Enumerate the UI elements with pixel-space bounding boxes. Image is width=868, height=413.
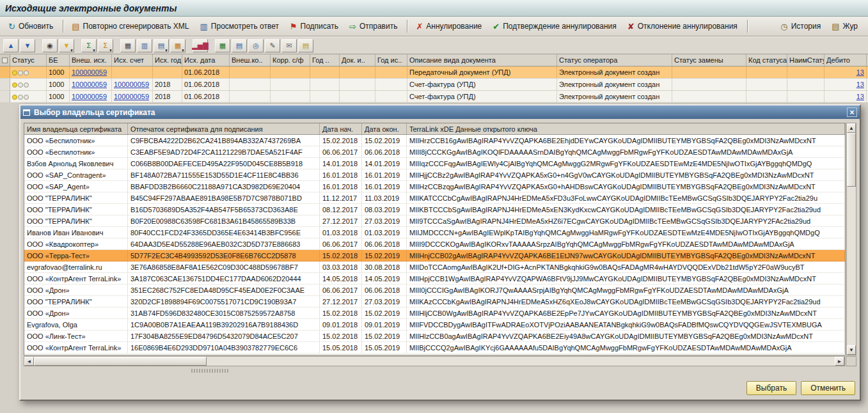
- select-all-corner[interactable]: [0, 54, 10, 66]
- edit-icon[interactable]: ✎: [265, 39, 280, 52]
- filter-icon[interactable]: ▼▼: [59, 39, 74, 52]
- table-row[interactable]: 1000100000059100000059201801.06.2018Счет…: [0, 79, 868, 91]
- certificate-row[interactable]: ООО «SAP_Agent»BBAFDD3B2B6660C21188A971C…: [24, 181, 845, 192]
- certificate-row[interactable]: ООО «Терра-Тест»5D77F2EC3C4B4993592D53E0…: [24, 250, 845, 261]
- table-row[interactable]: 100010000005901.06.2018Передаточный доку…: [0, 66, 868, 79]
- find-icon[interactable]: ◉: [42, 39, 58, 52]
- print-preview-icon[interactable]: ▥: [137, 39, 152, 52]
- column-header[interactable]: Статус оператора: [557, 54, 672, 66]
- view-response-button[interactable]: ▥Просмотреть ответ: [196, 19, 285, 33]
- vertical-scroll-thumb[interactable]: [847, 133, 856, 187]
- export-icon[interactable]: ▤▼: [154, 39, 169, 52]
- certificate-row[interactable]: ООО «КонтрАгент TerraLink»16E0869B4E6D29…: [24, 342, 845, 354]
- column-header[interactable]: Год ..: [310, 54, 340, 66]
- zoom-icon[interactable]: ◎: [248, 39, 264, 52]
- column-header[interactable]: Дата окон.: [362, 123, 407, 134]
- send-button[interactable]: ⇨Отправить: [345, 19, 404, 33]
- column-header[interactable]: TerraLink xDE Данные открытого ключа: [407, 123, 845, 134]
- cell-link[interactable]: 100000059: [114, 81, 149, 88]
- scroll-down-icon[interactable]: ▼: [847, 345, 856, 355]
- column-header[interactable]: Дебито: [825, 54, 867, 66]
- sign-button[interactable]: ⚑Подписать: [285, 19, 345, 33]
- sort-ascending-icon[interactable]: ▲: [3, 39, 19, 52]
- column-header[interactable]: Описание вида документа: [407, 54, 557, 66]
- annul-button[interactable]: ✗Аннулирование: [411, 19, 488, 33]
- layout-icon[interactable]: ▦▼: [170, 39, 185, 52]
- column-header[interactable]: Дата нач.: [320, 123, 362, 134]
- column-header[interactable]: Статус: [10, 54, 47, 66]
- certificate-row[interactable]: ООО «Дрон»351EC268C752FC8EDA48D95CF45EAD…: [24, 284, 845, 296]
- spreadsheet-icon[interactable]: ▦: [215, 39, 230, 52]
- row-selector[interactable]: [0, 66, 10, 78]
- table-row[interactable]: 1000100000059100000059201801.06.2018Счет…: [0, 91, 868, 103]
- certificate-row[interactable]: ООО «SAP_Contragent»BF148A072BA711555E15…: [24, 169, 845, 181]
- column-header[interactable]: БЕ: [47, 54, 70, 66]
- certificate-row[interactable]: ООО «Дрон»31AB74FD596D832480CE3015C08752…: [24, 308, 845, 319]
- column-header[interactable]: Внеш. исх.: [70, 54, 112, 66]
- journal-button[interactable]: ▤Жур: [827, 19, 864, 33]
- scroll-up-icon[interactable]: ▲: [847, 123, 856, 133]
- chart-icon[interactable]: ▂▅▇: [193, 39, 208, 52]
- horizontal-scrollbar[interactable]: ◄ ►: [24, 356, 845, 366]
- scroll-right-icon[interactable]: ►: [835, 357, 844, 366]
- horizontal-scroll-thumb[interactable]: [34, 357, 207, 366]
- print-icon[interactable]: ▦: [120, 39, 136, 52]
- cell-link[interactable]: 100000059: [72, 68, 107, 76]
- column-header[interactable]: Исх. счет: [112, 54, 153, 66]
- certificate-row[interactable]: Evgrafova, Olga1C9A00B0B7A1EAEAA119B3920…: [24, 319, 845, 331]
- certificate-row[interactable]: Иванов Иван Иванович80F40CC1FCD24F3365DD…: [24, 227, 845, 238]
- certificate-row[interactable]: ООО "ТЕРРАЛИНК"B0F20E00988C63598FC681B3A…: [24, 215, 845, 227]
- column-header[interactable]: Док. и..: [340, 54, 375, 66]
- certificate-row[interactable]: Взбов Арнольд ЯковлевичC066B8B00DAEFECED…: [24, 158, 845, 169]
- column-header[interactable]: Внеш.ко..: [230, 54, 271, 66]
- subtotal-icon[interactable]: Σ▼: [98, 39, 113, 52]
- column-header[interactable]: Исх. дата: [182, 54, 230, 66]
- column-header[interactable]: Корр. с/ф: [271, 54, 310, 66]
- certificate-row[interactable]: ООО «Линк-Тест»17F304BA8255E9ED84796D543…: [24, 331, 845, 342]
- cell-link[interactable]: 100000059: [72, 93, 107, 100]
- sort-descending-icon[interactable]: ▼: [20, 39, 35, 52]
- protocol-icon[interactable]: ▤: [298, 39, 313, 52]
- certificate-row[interactable]: ООО "ТЕРРАЛИНК"B45C94FF297ABAAE891BA98E5…: [24, 192, 845, 204]
- vertical-scrollbar[interactable]: ▲ ▼: [846, 123, 856, 355]
- scroll-left-icon[interactable]: ◄: [24, 357, 34, 366]
- column-header[interactable]: Код статуса: [746, 54, 787, 66]
- cell-link[interactable]: 13: [856, 93, 864, 100]
- reject-annul-button[interactable]: ✘Отклонение аннулирования: [623, 19, 744, 33]
- cancel-button[interactable]: Отменить: [801, 381, 855, 395]
- cell-link[interactable]: 100000059: [72, 81, 107, 88]
- column-header[interactable]: Имя владельца сертификата: [24, 123, 128, 134]
- column-header[interactable]: Отпечаток сертификата для подписания: [128, 123, 320, 134]
- confirm-annul-button[interactable]: ✔Подтверждение аннулирования: [488, 19, 623, 33]
- certificate-row[interactable]: ООО "ТЕРРАЛИНК"B16D5703689D5A352F4AB547F…: [24, 204, 845, 215]
- column-header[interactable]: Год ис..: [375, 54, 407, 66]
- row-selector[interactable]: [0, 91, 10, 102]
- cell-link[interactable]: 100000059: [114, 93, 149, 100]
- cell-link[interactable]: 13: [856, 81, 864, 88]
- column-header[interactable]: НаимСтатус: [787, 54, 825, 66]
- vertical-scroll-track[interactable]: [847, 187, 856, 345]
- dialog-titlebar[interactable]: Выбор владельца сертификата ×: [20, 105, 860, 119]
- close-icon[interactable]: ×: [847, 107, 857, 117]
- row-selector[interactable]: [0, 79, 10, 90]
- resize-grip[interactable]: [191, 369, 228, 373]
- column-header[interactable]: Статус замены: [672, 54, 746, 66]
- history-button[interactable]: ◷История: [776, 19, 827, 33]
- certificate-cell: 06.06.2018: [362, 284, 407, 295]
- certificate-row[interactable]: ООО «Беспилотник»C3EABF5E9AD72D4F2CA1121…: [24, 146, 845, 158]
- column-header[interactable]: Исх. год: [153, 54, 182, 66]
- cell-link[interactable]: 13: [856, 68, 864, 76]
- certificate-row[interactable]: ООО «Квадрокоптер»64DAA3D5E4D55288E96AEB…: [24, 238, 845, 250]
- refresh-button[interactable]: ↻Обновить: [4, 19, 59, 33]
- certificate-cell: MIIJMDCCCN+gAwIBAgIEWplKpTAIBgYqhQMCAgMw…: [407, 227, 845, 238]
- certificate-row[interactable]: ООО "ТЕРРАЛИНК"320D2CF1898894F69C0075517…: [24, 296, 845, 308]
- certificate-row[interactable]: ООО «Беспилотник»C9FBCBA4222D2B62CA241B8…: [24, 135, 845, 146]
- choose-button[interactable]: Выбрать: [746, 381, 796, 395]
- regenerate-xml-button[interactable]: ▤Повторно сгенерировать XML: [67, 19, 195, 33]
- word-doc-icon[interactable]: ▤: [232, 39, 247, 52]
- certificate-row[interactable]: evgrafovao@terralink.ru3E76A86858E8AF8A1…: [24, 261, 845, 273]
- certificate-row[interactable]: ООО «КонтрАгент TerraLink»3A187C063CAE13…: [24, 273, 845, 284]
- sum-icon[interactable]: Σ▼: [81, 39, 97, 52]
- attachment-icon[interactable]: ✉: [281, 39, 297, 52]
- horizontal-scroll-track[interactable]: [207, 357, 835, 366]
